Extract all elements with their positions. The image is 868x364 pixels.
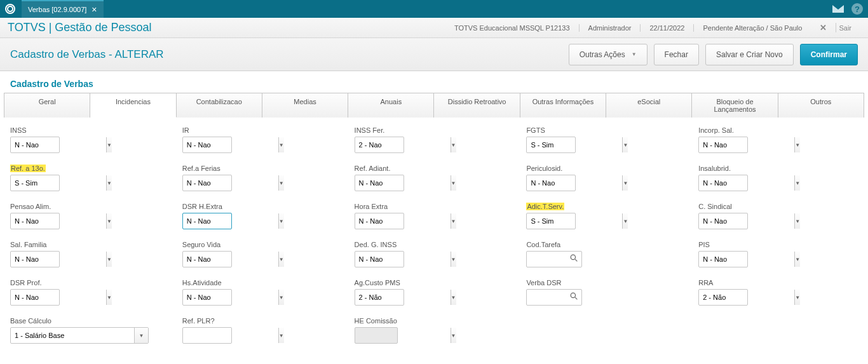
chevron-down-icon[interactable]: ▼ <box>278 137 284 152</box>
combo-seguro-vida[interactable]: ▼ <box>182 251 232 267</box>
combo-ded-g-inss[interactable]: ▼ <box>355 251 404 267</box>
input-inss-fer[interactable] <box>355 137 451 152</box>
input-base-calculo[interactable] <box>11 328 134 343</box>
chevron-down-icon[interactable]: ▼ <box>278 175 284 191</box>
input-pis[interactable] <box>699 252 794 267</box>
input-ref-adiant[interactable] <box>355 175 451 191</box>
salvar-criar-novo-button[interactable]: Salvar e Criar Novo <box>705 44 794 65</box>
input-hs-atividade[interactable] <box>183 290 278 305</box>
chevron-down-icon[interactable]: ▼ <box>278 290 284 305</box>
chevron-down-icon[interactable]: ▼ <box>451 328 456 343</box>
chevron-down-icon[interactable]: ▼ <box>106 290 112 305</box>
tab-geral[interactable]: Geral <box>4 93 90 118</box>
combo-periculosid[interactable]: ▼ <box>526 175 576 191</box>
combo-c-sindical[interactable]: ▼ <box>698 213 748 229</box>
combo-inss[interactable]: ▼ <box>10 137 60 153</box>
input-sal-familia[interactable] <box>11 252 106 267</box>
chevron-down-icon[interactable]: ▼ <box>451 213 456 229</box>
close-icon[interactable]: × <box>92 4 97 15</box>
combo-fgts[interactable]: ▼ <box>526 137 576 153</box>
chevron-down-icon[interactable]: ▼ <box>106 213 112 229</box>
search-icon[interactable] <box>570 254 578 262</box>
input-pensao-alim[interactable] <box>11 213 106 229</box>
input-adic-tserv[interactable] <box>527 213 622 229</box>
combo-he-comissao[interactable]: ▼ <box>355 327 398 344</box>
search-icon[interactable] <box>570 292 578 300</box>
input-dsr-hextra[interactable] <box>183 213 278 229</box>
chevron-down-icon[interactable]: ▼ <box>106 175 112 191</box>
input-ref-ferias[interactable] <box>183 175 278 191</box>
input-ag-custo-pms[interactable] <box>355 290 451 305</box>
combo-incorp-sal[interactable]: ▼ <box>698 137 748 153</box>
tab-bloqueio[interactable]: Bloqueio de Lançamentos <box>692 93 778 118</box>
chevron-down-icon[interactable]: ▼ <box>134 328 148 343</box>
chevron-down-icon[interactable]: ▼ <box>451 137 456 152</box>
combo-dsr-prof[interactable]: ▼ <box>10 289 60 306</box>
mail-icon[interactable] <box>832 5 844 13</box>
window-tab[interactable]: Verbas [02.9.0007] × <box>22 0 104 18</box>
input-he-comissao[interactable] <box>355 328 451 343</box>
help-icon[interactable]: ? <box>851 3 863 15</box>
input-hora-extra[interactable] <box>355 213 451 229</box>
exit-button[interactable]: ✕ Sair <box>820 23 860 32</box>
chevron-down-icon[interactable]: ▼ <box>278 213 284 229</box>
confirmar-button[interactable]: Confirmar <box>800 44 858 65</box>
chevron-down-icon[interactable]: ▼ <box>106 252 112 267</box>
combo-sal-familia[interactable]: ▼ <box>10 251 60 267</box>
input-fgts[interactable] <box>527 137 622 152</box>
tab-contabilizacao[interactable]: Contabilizacao <box>177 93 262 118</box>
combo-inss-fer[interactable]: ▼ <box>355 137 404 153</box>
outras-acoes-button[interactable]: Outras Ações <box>569 44 648 65</box>
input-rra[interactable] <box>699 290 794 305</box>
combo-insalubrid[interactable]: ▼ <box>698 175 748 191</box>
input-periculosid[interactable] <box>527 175 622 191</box>
combo-ref-adiant[interactable]: ▼ <box>355 175 404 191</box>
combo-ref-13[interactable]: ▼ <box>10 175 60 191</box>
input-incorp-sal[interactable] <box>699 137 794 152</box>
input-ded-g-inss[interactable] <box>355 252 451 267</box>
fechar-button[interactable]: Fechar <box>654 44 699 65</box>
input-ref-13[interactable] <box>11 175 106 191</box>
chevron-down-icon[interactable]: ▼ <box>451 290 456 305</box>
chevron-down-icon[interactable]: ▼ <box>794 175 800 191</box>
combo-rra[interactable]: ▼ <box>698 289 748 306</box>
combo-base-calculo[interactable]: ▼ <box>10 327 149 344</box>
chevron-down-icon[interactable]: ▼ <box>106 137 112 152</box>
combo-ag-custo-pms[interactable]: ▼ <box>355 289 404 306</box>
search-cod-tarefa[interactable] <box>526 251 582 267</box>
chevron-down-icon[interactable]: ▼ <box>622 213 628 229</box>
combo-ref-plr[interactable]: ▼ <box>182 327 232 344</box>
chevron-down-icon[interactable]: ▼ <box>278 252 284 267</box>
tab-outras-info[interactable]: Outras Informações <box>520 93 606 118</box>
tab-esocial[interactable]: eSocial <box>606 93 692 118</box>
combo-hora-extra[interactable]: ▼ <box>355 213 404 229</box>
tab-anuais[interactable]: Anuais <box>348 93 434 118</box>
chevron-down-icon[interactable]: ▼ <box>622 137 628 152</box>
chevron-down-icon[interactable]: ▼ <box>622 175 628 191</box>
input-ref-plr[interactable] <box>183 328 278 343</box>
combo-adic-tserv[interactable]: ▼ <box>526 213 576 229</box>
chevron-down-icon[interactable]: ▼ <box>794 252 800 267</box>
chevron-down-icon[interactable]: ▼ <box>794 137 800 152</box>
chevron-down-icon[interactable]: ▼ <box>451 252 456 267</box>
combo-ref-ferias[interactable]: ▼ <box>182 175 232 191</box>
tab-dissidio[interactable]: Dissidio Retroativo <box>434 93 520 118</box>
input-seguro-vida[interactable] <box>183 252 278 267</box>
chevron-down-icon[interactable]: ▼ <box>794 213 800 229</box>
tab-medias[interactable]: Medias <box>262 93 348 118</box>
tab-outros[interactable]: Outros <box>778 93 864 118</box>
combo-hs-atividade[interactable]: ▼ <box>182 289 232 306</box>
combo-ir[interactable]: ▼ <box>182 137 232 153</box>
input-insalubrid[interactable] <box>699 175 794 191</box>
input-inss[interactable] <box>11 137 106 152</box>
combo-dsr-hextra[interactable]: ▼ <box>182 213 232 229</box>
input-dsr-prof[interactable] <box>11 290 106 305</box>
search-verba-dsr[interactable] <box>526 289 582 306</box>
chevron-down-icon[interactable]: ▼ <box>278 328 284 343</box>
chevron-down-icon[interactable]: ▼ <box>451 175 456 191</box>
combo-pensao-alim[interactable]: ▼ <box>10 213 60 229</box>
combo-pis[interactable]: ▼ <box>698 251 748 267</box>
chevron-down-icon[interactable]: ▼ <box>794 290 800 305</box>
input-ir[interactable] <box>183 137 278 152</box>
input-c-sindical[interactable] <box>699 213 794 229</box>
